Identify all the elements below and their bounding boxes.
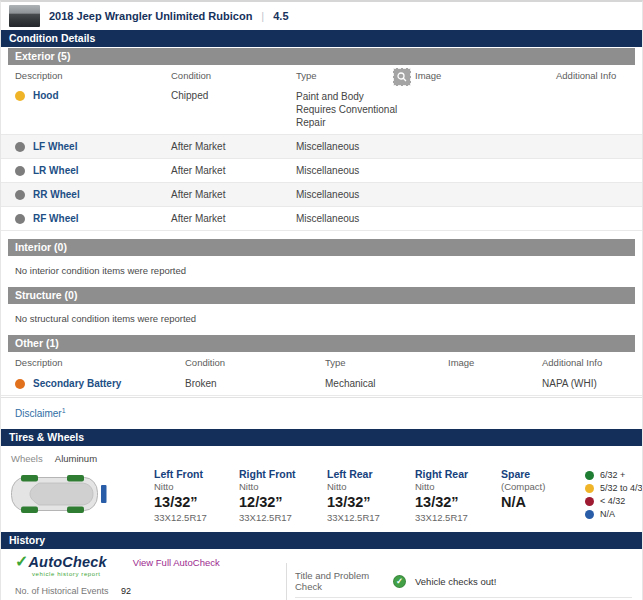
tire-brand: Nitto: [239, 481, 327, 493]
tire-position-label: Right Rear: [415, 468, 501, 481]
yellow-dot-icon: [585, 484, 594, 493]
disclaimer-link[interactable]: Disclaimer1: [15, 408, 66, 419]
vehicle-top-view-diagram: [9, 468, 154, 516]
condition-value: Broken: [185, 378, 325, 389]
tire-brand: Nitto: [154, 481, 239, 493]
tire-tread-depth: 13/32”: [327, 493, 415, 512]
structure-section-header: Structure (0): [8, 287, 635, 304]
table-row-rf-wheel: RF Wheel After Market Miscellaneous: [1, 207, 642, 231]
status-ok-icon: ✓: [393, 575, 406, 588]
other-table-header: Description Condition Type Image Additio…: [1, 352, 642, 372]
tire-position-label: Right Front: [239, 468, 327, 481]
wheels-label: Wheels: [11, 453, 43, 464]
table-row-lr-wheel: LR Wheel After Market Miscellaneous: [1, 159, 642, 183]
severity-dot-icon: [15, 142, 25, 152]
autocheck-tagline: vehicle history report: [32, 571, 107, 578]
lr-wheel-link[interactable]: LR Wheel: [33, 165, 79, 176]
condition-report-page: 2018 Jeep Wrangler Unlimited Rubicon | 4…: [0, 0, 643, 600]
vehicle-header: 2018 Jeep Wrangler Unlimited Rubicon | 4…: [1, 2, 642, 30]
exterior-table-header: Description Condition Type Image Additio…: [1, 65, 642, 85]
hood-link[interactable]: Hood: [33, 90, 59, 101]
exterior-section-header: Exterior (5): [8, 48, 635, 65]
condition-value: After Market: [171, 213, 296, 224]
interior-section-header: Interior (0): [8, 239, 635, 256]
legend-item-fair: 5/32 to 4/32: [585, 483, 643, 493]
view-full-autocheck-link[interactable]: View Full AutoCheck: [133, 557, 220, 568]
interior-title: Interior (0): [15, 241, 67, 253]
wheels-material-value: Aluminum: [55, 453, 97, 464]
tire-position-label: Left Front: [154, 468, 239, 481]
col-additional-info: Additional Info: [542, 357, 632, 368]
table-row-secondary-battery: Secondary Battery Broken Mechanical NAPA…: [1, 372, 642, 396]
history-content: ✓AutoCheck vehicle history report View F…: [1, 549, 642, 600]
col-additional-info: Additional Info: [556, 70, 632, 81]
tire-brand: (Compact): [501, 481, 585, 493]
disclaimer-footnote-marker: 1: [62, 407, 66, 414]
secondary-battery-link[interactable]: Secondary Battery: [33, 378, 121, 389]
rf-wheel-link[interactable]: RF Wheel: [33, 213, 79, 224]
tire-brand: Nitto: [415, 481, 501, 493]
tire-tread-depth: N/A: [501, 493, 585, 512]
condition-details-section-header: Condition Details: [1, 30, 642, 47]
lf-wheel-link[interactable]: LF Wheel: [33, 141, 77, 152]
tire-brand: Nitto: [327, 481, 415, 493]
col-condition: Condition: [185, 357, 325, 368]
vehicle-title: 2018 Jeep Wrangler Unlimited Rubicon: [49, 10, 252, 22]
other-title: Other (1): [15, 337, 59, 349]
title-divider: |: [261, 10, 264, 22]
rr-wheel-link[interactable]: RR Wheel: [33, 189, 80, 200]
legend-item-good: 6/32 +: [585, 470, 643, 480]
autocheck-checkmark-icon: ✓: [15, 553, 28, 570]
col-type: Type: [325, 357, 448, 368]
condition-details-title: Condition Details: [9, 32, 95, 44]
type-value: Miscellaneous: [296, 188, 415, 201]
exterior-title: Exterior (5): [15, 50, 70, 62]
table-row-rr-wheel: RR Wheel After Market Miscellaneous: [1, 183, 642, 207]
tires-wheels-title: Tires & Wheels: [9, 431, 84, 443]
tires-wheels-content: Wheels Aluminum Left Front Nitto 13/32”: [1, 446, 642, 532]
tires-wheels-section-header: Tires & Wheels: [1, 429, 642, 446]
tire-tread-depth: 12/32”: [239, 493, 327, 512]
disclaimer-row: Disclaimer1: [1, 397, 642, 429]
other-section-header: Other (1): [8, 335, 635, 352]
tire-size: 33X12.5R17: [154, 512, 239, 524]
severity-dot-icon: [15, 214, 25, 224]
interior-empty-message: No interior condition items were reporte…: [1, 256, 642, 286]
vehicle-thumbnail-image[interactable]: [9, 5, 40, 27]
tire-size: 33X12.5R17: [415, 512, 501, 524]
condition-value: Chipped: [171, 90, 296, 101]
green-dot-icon: [585, 471, 594, 480]
type-value: Miscellaneous: [296, 164, 415, 177]
tire-right-rear: Right Rear Nitto 13/32” 33X12.5R17: [415, 468, 501, 524]
tire-position-label: Spare: [501, 468, 585, 481]
blue-dot-icon: [585, 510, 594, 519]
structure-title: Structure (0): [15, 289, 77, 301]
tire-left-rear: Left Rear Nitto 13/32” 33X12.5R17: [327, 468, 415, 524]
legend-item-na: N/A: [585, 509, 643, 519]
tire-tread-depth: 13/32”: [415, 493, 501, 512]
tire-position-label: Left Rear: [327, 468, 415, 481]
tread-depth-legend: 6/32 + 5/32 to 4/32 < 4/32 N/A: [585, 468, 643, 522]
table-row-hood: Hood Chipped Paint and Body Requires Con…: [1, 85, 642, 135]
history-checks-panel: Title and Problem Check ✓ Vehicle checks…: [286, 563, 632, 600]
condition-grade: 4.5: [273, 10, 288, 22]
col-description: Description: [15, 70, 171, 81]
tire-spare: Spare (Compact) N/A: [501, 468, 585, 512]
tire-size: 33X12.5R17: [239, 512, 327, 524]
tire-tread-depth: 13/32”: [154, 493, 239, 512]
col-image: Image: [448, 357, 542, 368]
col-condition: Condition: [171, 70, 296, 81]
history-section-header: History: [1, 532, 642, 549]
tire-size: 33X12.5R17: [327, 512, 415, 524]
autocheck-logo: ✓AutoCheck vehicle history report: [15, 555, 107, 578]
type-value: Paint and Body Requires Conventional Rep…: [296, 90, 415, 129]
history-title: History: [9, 534, 45, 546]
check-title-problem: Title and Problem Check ✓ Vehicle checks…: [295, 565, 632, 598]
severity-dot-icon: [15, 379, 25, 389]
severity-dot-icon: [15, 91, 25, 101]
red-dot-icon: [585, 497, 594, 506]
structure-empty-message: No structural condition items were repor…: [1, 304, 642, 334]
type-value: Miscellaneous: [296, 140, 415, 153]
table-row-lf-wheel: LF Wheel After Market Miscellaneous: [1, 135, 642, 159]
tire-right-front: Right Front Nitto 12/32” 33X12.5R17: [239, 468, 327, 524]
